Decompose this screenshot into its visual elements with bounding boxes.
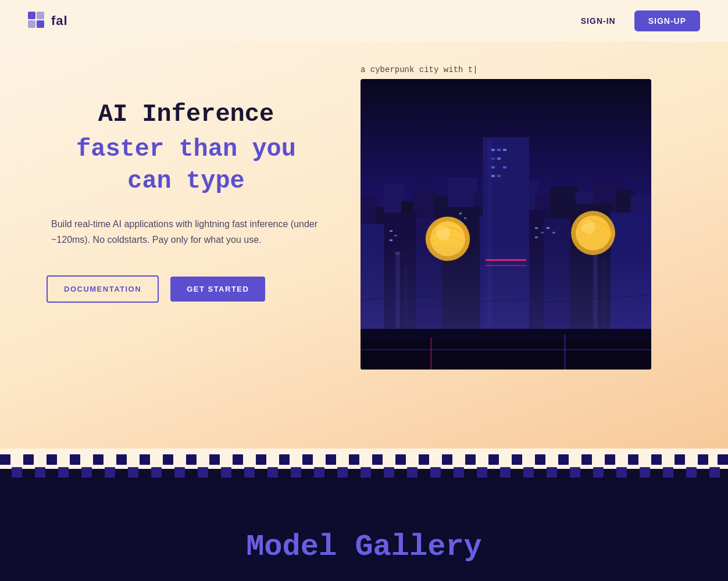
hero-right-content: a cyberpunk city with t| — [361, 65, 681, 370]
svg-rect-130 — [477, 467, 487, 478]
prompt-display: a cyberpunk city with t| — [361, 65, 478, 74]
svg-rect-91 — [326, 454, 336, 465]
svg-rect-127 — [407, 467, 417, 478]
svg-rect-101 — [558, 454, 569, 465]
svg-rect-105 — [651, 454, 662, 465]
svg-rect-66 — [535, 227, 538, 229]
hero-cta-buttons: DOCUMENTATION GET STARTED — [47, 275, 326, 303]
svg-rect-90 — [302, 454, 313, 465]
documentation-button[interactable]: DOCUMENTATION — [47, 275, 159, 303]
svg-rect-64 — [394, 235, 397, 236]
svg-rect-119 — [221, 467, 231, 478]
svg-rect-89 — [279, 454, 290, 465]
svg-rect-98 — [488, 454, 499, 465]
generated-image — [361, 79, 651, 370]
svg-rect-37 — [491, 166, 495, 168]
svg-rect-95 — [419, 454, 429, 465]
svg-rect-103 — [605, 454, 615, 465]
svg-rect-137 — [640, 467, 650, 478]
svg-rect-86 — [209, 454, 220, 465]
svg-rect-92 — [349, 454, 359, 465]
svg-rect-96 — [442, 454, 452, 465]
svg-rect-131 — [500, 467, 511, 478]
svg-rect-115 — [128, 467, 138, 478]
svg-rect-135 — [593, 467, 604, 478]
hero-description: Build real-time AI applications with lig… — [47, 216, 326, 248]
svg-rect-2 — [28, 20, 35, 28]
svg-rect-129 — [454, 467, 464, 478]
svg-rect-93 — [372, 454, 383, 465]
svg-rect-132 — [523, 467, 534, 478]
svg-rect-84 — [163, 454, 173, 465]
logo-text: fal — [51, 13, 68, 28]
cyberpunk-city-image — [361, 79, 651, 370]
svg-rect-71 — [459, 213, 462, 214]
svg-rect-122 — [291, 467, 301, 478]
svg-rect-138 — [663, 467, 673, 478]
logo-icon — [28, 12, 47, 30]
svg-rect-118 — [198, 467, 208, 478]
svg-rect-102 — [581, 454, 592, 465]
svg-rect-123 — [314, 467, 324, 478]
svg-rect-136 — [616, 467, 627, 478]
svg-rect-133 — [547, 467, 557, 478]
svg-rect-32 — [491, 149, 495, 151]
svg-rect-87 — [233, 454, 243, 465]
svg-rect-85 — [186, 454, 197, 465]
svg-rect-61 — [430, 338, 432, 370]
svg-rect-113 — [81, 467, 92, 478]
svg-rect-140 — [709, 467, 720, 478]
svg-rect-110 — [12, 467, 22, 478]
svg-rect-112 — [58, 467, 69, 478]
svg-rect-35 — [491, 157, 495, 160]
signin-button[interactable]: SIGN-IN — [572, 12, 625, 30]
svg-rect-116 — [151, 467, 162, 478]
svg-rect-117 — [174, 467, 185, 478]
svg-rect-40 — [497, 175, 501, 177]
svg-rect-134 — [570, 467, 580, 478]
svg-rect-82 — [116, 454, 127, 465]
navbar: fal SIGN-IN SIGN-UP — [0, 0, 728, 42]
svg-rect-70 — [552, 232, 555, 234]
svg-rect-60 — [361, 349, 651, 350]
signup-button[interactable]: SIGN-UP — [634, 10, 700, 31]
svg-rect-79 — [47, 454, 57, 465]
svg-rect-68 — [535, 236, 538, 238]
divider-section: // Pixel pattern row 1 /* pixel gen */ — [0, 449, 728, 483]
svg-rect-125 — [361, 467, 371, 478]
svg-rect-121 — [267, 467, 278, 478]
svg-rect-128 — [430, 467, 441, 478]
svg-rect-94 — [395, 454, 406, 465]
svg-rect-100 — [535, 454, 545, 465]
svg-rect-77 — [0, 454, 10, 465]
svg-rect-81 — [93, 454, 104, 465]
svg-rect-59 — [361, 340, 651, 370]
svg-rect-62 — [564, 335, 566, 370]
svg-rect-107 — [698, 454, 708, 465]
svg-rect-65 — [390, 239, 392, 241]
hero-title-line1: AI Inference — [47, 100, 326, 129]
svg-rect-38 — [503, 166, 506, 168]
svg-rect-0 — [28, 12, 35, 19]
logo[interactable]: fal — [28, 12, 68, 30]
svg-rect-139 — [686, 467, 697, 478]
svg-rect-67 — [541, 232, 544, 234]
svg-rect-111 — [35, 467, 45, 478]
svg-rect-99 — [512, 454, 522, 465]
svg-rect-39 — [491, 175, 495, 177]
svg-rect-126 — [384, 467, 394, 478]
nav-actions: SIGN-IN SIGN-UP — [572, 10, 700, 31]
svg-rect-83 — [140, 454, 150, 465]
svg-rect-1 — [37, 12, 44, 19]
get-started-button[interactable]: GET STARTED — [170, 277, 265, 302]
svg-rect-108 — [718, 454, 728, 465]
svg-rect-72 — [464, 217, 466, 219]
svg-rect-73 — [459, 222, 462, 224]
hero-title-lines23: faster than you can type — [47, 134, 326, 197]
svg-rect-33 — [497, 149, 501, 151]
svg-rect-114 — [105, 467, 115, 478]
svg-rect-63 — [390, 230, 392, 232]
svg-rect-80 — [70, 454, 80, 465]
hero-section: AI Inference faster than you can type Bu… — [0, 42, 728, 449]
hero-left-content: AI Inference faster than you can type Bu… — [47, 65, 326, 303]
